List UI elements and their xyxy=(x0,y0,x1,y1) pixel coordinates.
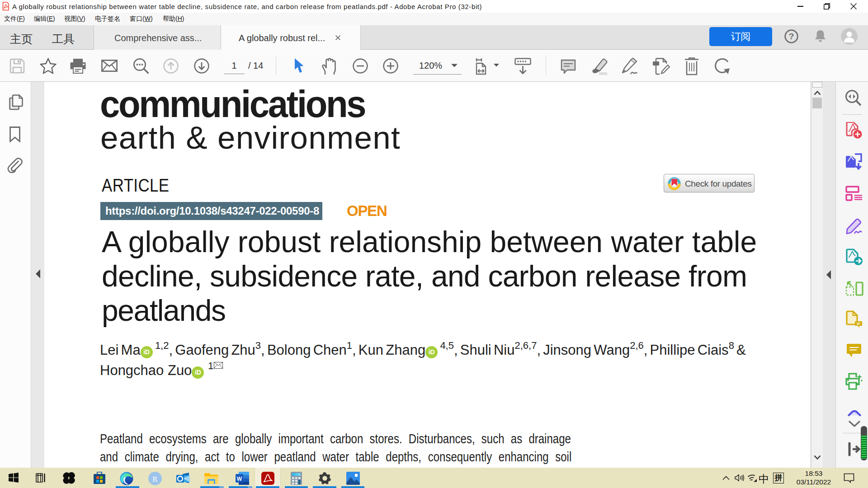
svg-text:?: ? xyxy=(789,32,794,41)
svg-text:R: R xyxy=(152,475,158,483)
svg-text:W: W xyxy=(237,476,242,482)
